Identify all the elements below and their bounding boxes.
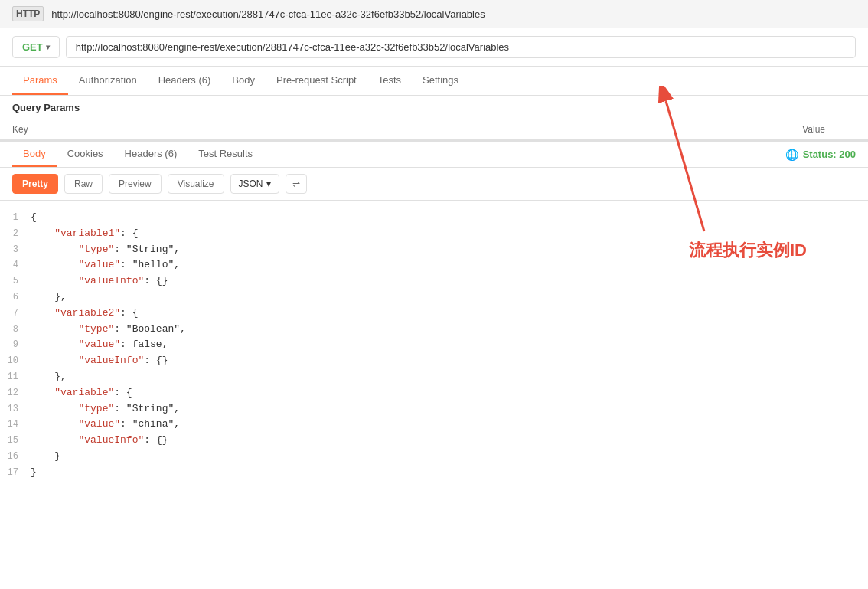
tab-params[interactable]: Params — [12, 67, 68, 95]
chevron-down-icon: ▾ — [266, 178, 271, 189]
line-content: "value": "china", — [31, 417, 868, 433]
code-line: 2 "variable1": { — [0, 226, 868, 242]
params-header: Key Value — [0, 119, 868, 140]
globe-icon: 🌐 — [785, 149, 798, 161]
code-line: 7 "variable2": { — [0, 306, 868, 322]
chevron-down-icon: ▾ — [46, 43, 50, 51]
line-content: } — [31, 449, 868, 465]
code-line: 9 "value": false, — [0, 337, 868, 353]
line-number: 13 — [0, 401, 31, 417]
body-toolbar: Pretty Raw Preview Visualize JSON ▾ ⇌ — [0, 168, 868, 201]
line-content: } — [31, 465, 868, 481]
preview-button[interactable]: Preview — [109, 174, 162, 194]
tab-tests[interactable]: Tests — [367, 67, 412, 95]
code-line: 3 "type": "String", — [0, 242, 868, 258]
query-params-label: Query Params — [0, 96, 868, 119]
line-content: "valueInfo": {} — [31, 433, 868, 449]
code-line: 1{ — [0, 210, 868, 226]
format-dropdown[interactable]: JSON ▾ — [230, 174, 279, 194]
title-bar: HTTP http://localhost:8080/engine-rest/e… — [0, 0, 868, 28]
code-line: 5 "valueInfo": {} — [0, 273, 868, 290]
line-number: 9 — [0, 337, 31, 352]
line-content: "variable": { — [31, 385, 868, 401]
line-number: 17 — [0, 465, 31, 480]
response-body: 1{2 "variable1": {3 "type": "String",4 "… — [0, 201, 868, 492]
resp-tab-cookies[interactable]: Cookies — [57, 142, 114, 167]
line-content: "type": "String", — [31, 401, 868, 417]
request-bar: GET ▾ — [0, 28, 868, 67]
method-dropdown[interactable]: GET ▾ — [12, 36, 60, 58]
code-wrapper: 1{2 "variable1": {3 "type": "String",4 "… — [0, 201, 868, 492]
code-line: 8 "type": "Boolean", — [0, 322, 868, 338]
line-content: "valueInfo": {} — [31, 273, 868, 290]
line-number: 5 — [0, 273, 31, 289]
key-header: Key — [12, 119, 419, 139]
response-status: 🌐 Status: 200 — [785, 149, 856, 161]
line-content: { — [31, 210, 868, 226]
raw-button[interactable]: Raw — [64, 174, 103, 194]
response-tabs-bar: Body Cookies Headers (6) Test Results 🌐 … — [0, 140, 868, 168]
line-content: "variable2": { — [31, 306, 868, 322]
line-content: "valueInfo": {} — [31, 353, 868, 369]
response-tabs: Body Cookies Headers (6) Test Results — [12, 142, 263, 167]
http-icon: HTTP — [12, 6, 44, 21]
status-badge: Status: 200 — [803, 149, 856, 160]
line-number: 10 — [0, 353, 31, 368]
line-content: "type": "String", — [31, 242, 868, 258]
line-number: 16 — [0, 449, 31, 464]
code-line: 14 "value": "china", — [0, 417, 868, 433]
format-label: JSON — [239, 178, 263, 189]
resp-tab-body[interactable]: Body — [12, 142, 57, 167]
value-header: Value — [419, 119, 856, 139]
line-number: 2 — [0, 226, 31, 241]
line-number: 7 — [0, 306, 31, 321]
code-line: 15 "valueInfo": {} — [0, 433, 868, 449]
code-line: 13 "type": "String", — [0, 401, 868, 417]
line-number: 4 — [0, 257, 31, 273]
line-number: 1 — [0, 210, 31, 225]
code-line: 12 "variable": { — [0, 385, 868, 401]
line-number: 3 — [0, 242, 31, 257]
tab-settings[interactable]: Settings — [412, 67, 469, 95]
line-number: 14 — [0, 417, 31, 432]
code-line: 10 "valueInfo": {} — [0, 353, 868, 369]
code-line: 17} — [0, 465, 868, 481]
line-number: 6 — [0, 290, 31, 305]
code-line: 16 } — [0, 449, 868, 465]
request-tabs: Params Authorization Headers (6) Body Pr… — [0, 67, 868, 96]
visualize-button[interactable]: Visualize — [168, 174, 224, 194]
line-content: "value": "hello", — [31, 257, 868, 273]
line-number: 8 — [0, 322, 31, 337]
resp-tab-test-results[interactable]: Test Results — [188, 142, 263, 167]
code-line: 4 "value": "hello", — [0, 257, 868, 273]
tab-body[interactable]: Body — [221, 67, 266, 95]
title-url: http://localhost:8080/engine-rest/execut… — [51, 8, 485, 20]
url-input[interactable] — [66, 36, 856, 58]
code-line: 6 }, — [0, 290, 868, 306]
method-label: GET — [22, 41, 43, 53]
tab-pre-request[interactable]: Pre-request Script — [266, 67, 367, 95]
line-number: 11 — [0, 369, 31, 384]
line-content: }, — [31, 290, 868, 306]
code-line: 11 }, — [0, 369, 868, 385]
line-content: "value": false, — [31, 337, 868, 353]
line-content: }, — [31, 369, 868, 385]
line-number: 15 — [0, 433, 31, 448]
line-content: "type": "Boolean", — [31, 322, 868, 338]
line-content: "variable1": { — [31, 226, 868, 242]
tab-authorization[interactable]: Authorization — [68, 67, 148, 95]
word-wrap-button[interactable]: ⇌ — [286, 174, 307, 194]
tab-headers[interactable]: Headers (6) — [148, 67, 222, 95]
line-number: 12 — [0, 385, 31, 401]
pretty-button[interactable]: Pretty — [12, 174, 58, 194]
resp-tab-headers[interactable]: Headers (6) — [114, 142, 188, 167]
